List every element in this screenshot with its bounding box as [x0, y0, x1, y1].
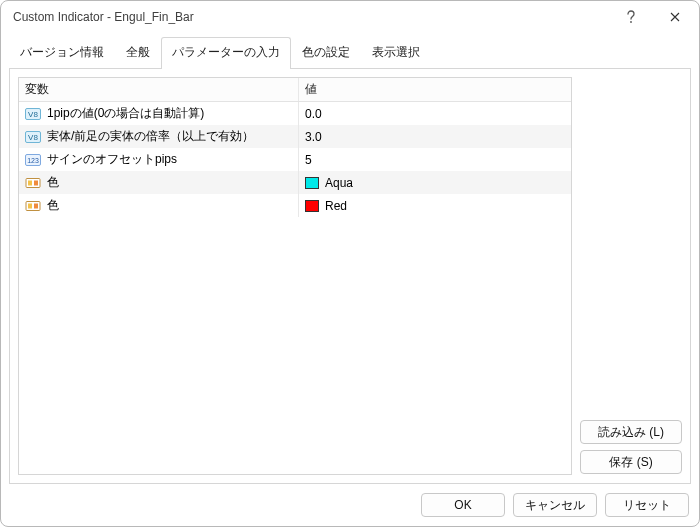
- tab-visual[interactable]: 表示選択: [361, 37, 431, 68]
- double-type-icon: V8: [25, 107, 41, 121]
- help-button[interactable]: [609, 2, 653, 32]
- param-name: 色: [47, 197, 59, 214]
- tab-version[interactable]: バージョン情報: [9, 37, 115, 68]
- table-row[interactable]: V8 1pipの値(0の場合は自動計算) 0.0: [19, 102, 571, 125]
- svg-text:123: 123: [27, 157, 39, 164]
- titlebar: Custom Indicator - Engul_Fin_Bar: [1, 1, 699, 33]
- color-type-icon: [25, 176, 41, 190]
- ok-button[interactable]: OK: [421, 493, 505, 517]
- tab-bar: バージョン情報 全般 パラメーターの入力 色の設定 表示選択: [1, 33, 699, 68]
- svg-rect-8: [28, 180, 32, 185]
- tab-inputs[interactable]: パラメーターの入力: [161, 37, 291, 68]
- table-row[interactable]: V8 実体/前足の実体の倍率（以上で有効） 3.0: [19, 125, 571, 148]
- header-variable[interactable]: 変数: [19, 78, 299, 101]
- parameters-table: 変数 値 V8 1pipの値(0の場合は自動計算) 0.0 V8 実体/前足の実…: [18, 77, 572, 475]
- dialog-window: Custom Indicator - Engul_Fin_Bar バージョン情報…: [0, 0, 700, 527]
- table-header: 変数 値: [19, 78, 571, 102]
- param-value[interactable]: 3.0: [299, 125, 571, 148]
- table-row[interactable]: 123 サインのオフセットpips 5: [19, 148, 571, 171]
- param-value[interactable]: Aqua: [299, 171, 571, 194]
- param-value[interactable]: 5: [299, 148, 571, 171]
- table-row[interactable]: 色 Aqua: [19, 171, 571, 194]
- param-name: サインのオフセットpips: [47, 151, 177, 168]
- param-name: 1pipの値(0の場合は自動計算): [47, 105, 204, 122]
- color-swatch: [305, 177, 319, 189]
- reset-button[interactable]: リセット: [605, 493, 689, 517]
- svg-text:V8: V8: [28, 110, 38, 119]
- param-value[interactable]: 0.0: [299, 102, 571, 125]
- content-area: 変数 値 V8 1pipの値(0の場合は自動計算) 0.0 V8 実体/前足の実…: [9, 68, 691, 484]
- window-title: Custom Indicator - Engul_Fin_Bar: [13, 10, 609, 24]
- save-button[interactable]: 保存 (S): [580, 450, 682, 474]
- svg-text:V8: V8: [28, 133, 38, 142]
- double-type-icon: V8: [25, 130, 41, 144]
- tab-colors[interactable]: 色の設定: [291, 37, 361, 68]
- int-type-icon: 123: [25, 153, 41, 167]
- header-value[interactable]: 値: [299, 78, 571, 101]
- param-name: 実体/前足の実体の倍率（以上で有効）: [47, 128, 254, 145]
- load-button[interactable]: 読み込み (L): [580, 420, 682, 444]
- svg-rect-11: [28, 203, 32, 208]
- color-type-icon: [25, 199, 41, 213]
- table-row[interactable]: 色 Red: [19, 194, 571, 217]
- svg-rect-9: [34, 180, 38, 185]
- side-buttons: 読み込み (L) 保存 (S): [580, 77, 682, 475]
- tab-general[interactable]: 全般: [115, 37, 161, 68]
- svg-point-0: [630, 21, 632, 23]
- close-button[interactable]: [653, 2, 697, 32]
- color-swatch: [305, 200, 319, 212]
- svg-rect-12: [34, 203, 38, 208]
- param-value[interactable]: Red: [299, 194, 571, 217]
- dialog-footer: OK キャンセル リセット: [1, 492, 699, 526]
- param-name: 色: [47, 174, 59, 191]
- cancel-button[interactable]: キャンセル: [513, 493, 597, 517]
